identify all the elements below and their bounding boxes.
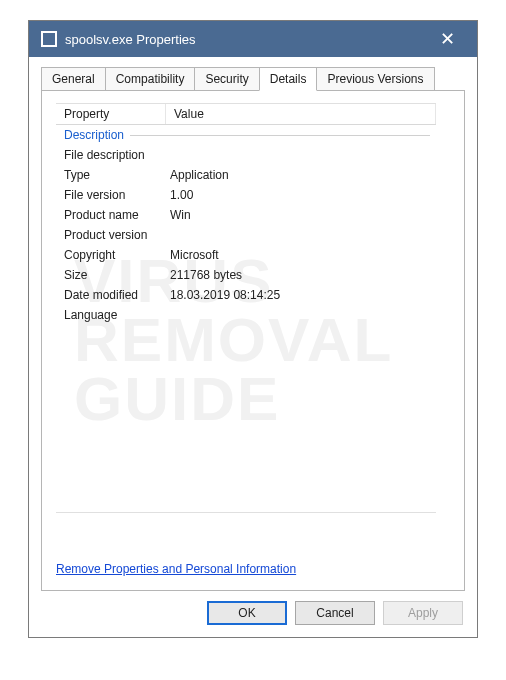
prop-label: Language <box>56 305 166 325</box>
grid-body: Description File description Type Applic… <box>56 125 436 325</box>
group-line <box>130 135 430 136</box>
prop-label: File version <box>56 185 166 205</box>
tabstrip: General Compatibility Security Details P… <box>41 67 465 91</box>
prop-value <box>166 225 436 245</box>
prop-value: Microsoft <box>166 245 436 265</box>
tab-details[interactable]: Details <box>259 67 318 91</box>
prop-value <box>166 305 436 325</box>
prop-value: 1.00 <box>166 185 436 205</box>
tab-previous-versions[interactable]: Previous Versions <box>316 67 434 90</box>
close-icon[interactable]: ✕ <box>430 24 465 54</box>
col-property[interactable]: Property <box>56 104 166 124</box>
prop-label: Product version <box>56 225 166 245</box>
watermark-line: GUIDE <box>74 370 393 429</box>
tab-compatibility[interactable]: Compatibility <box>105 67 196 90</box>
prop-label: File description <box>56 145 166 165</box>
prop-label: Type <box>56 165 166 185</box>
table-row[interactable]: File version 1.00 <box>56 185 436 205</box>
app-icon <box>41 31 57 47</box>
table-row[interactable]: Language <box>56 305 436 325</box>
tabpanel-details: VIRUS REMOVAL GUIDE Property Value Descr… <box>41 91 465 591</box>
tab-security[interactable]: Security <box>194 67 259 90</box>
prop-label: Product name <box>56 205 166 225</box>
details-grid: VIRUS REMOVAL GUIDE Property Value Descr… <box>56 103 436 513</box>
prop-label: Date modified <box>56 285 166 305</box>
prop-value: 211768 bytes <box>166 265 436 285</box>
prop-value: Application <box>166 165 436 185</box>
cancel-button[interactable]: Cancel <box>295 601 375 625</box>
group-description: Description <box>56 125 436 145</box>
table-row[interactable]: Copyright Microsoft <box>56 245 436 265</box>
table-row[interactable]: Type Application <box>56 165 436 185</box>
apply-button: Apply <box>383 601 463 625</box>
dialog-buttons: OK Cancel Apply <box>41 591 465 625</box>
ok-button[interactable]: OK <box>207 601 287 625</box>
prop-value: Win <box>166 205 436 225</box>
group-label: Description <box>56 125 130 145</box>
prop-label: Size <box>56 265 166 285</box>
window-title: spoolsv.exe Properties <box>65 32 430 47</box>
table-row[interactable]: Date modified 18.03.2019 08:14:25 <box>56 285 436 305</box>
prop-label: Copyright <box>56 245 166 265</box>
col-value[interactable]: Value <box>166 104 436 124</box>
prop-value <box>166 145 436 165</box>
remove-properties-link[interactable]: Remove Properties and Personal Informati… <box>56 562 296 576</box>
table-row[interactable]: Product version <box>56 225 436 245</box>
client-area: General Compatibility Security Details P… <box>29 57 477 637</box>
table-row[interactable]: Size 211768 bytes <box>56 265 436 285</box>
table-row[interactable]: File description <box>56 145 436 165</box>
tab-general[interactable]: General <box>41 67 106 90</box>
grid-header: Property Value <box>56 104 436 125</box>
properties-window: spoolsv.exe Properties ✕ General Compati… <box>28 20 478 638</box>
titlebar[interactable]: spoolsv.exe Properties ✕ <box>29 21 477 57</box>
table-row[interactable]: Product name Win <box>56 205 436 225</box>
prop-value: 18.03.2019 08:14:25 <box>166 285 436 305</box>
